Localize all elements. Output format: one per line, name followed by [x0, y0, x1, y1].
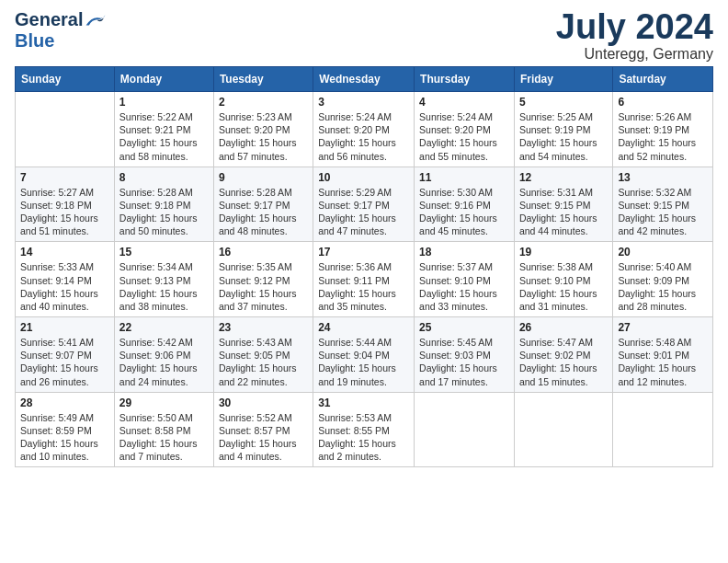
day-cell: 13Sunrise: 5:32 AMSunset: 9:15 PMDayligh…: [613, 167, 713, 242]
day-info: Sunrise: 5:47 AMSunset: 9:02 PMDaylight:…: [519, 336, 608, 388]
day-cell: 31Sunrise: 5:53 AMSunset: 8:55 PMDayligh…: [313, 392, 415, 467]
day-cell: 3Sunrise: 5:24 AMSunset: 9:20 PMDaylight…: [313, 92, 415, 167]
day-number: 16: [219, 246, 308, 259]
col-wednesday: Wednesday: [313, 67, 415, 92]
day-number: 10: [318, 171, 409, 184]
day-number: 17: [318, 246, 409, 259]
logo-icon: [85, 12, 107, 29]
day-cell: 19Sunrise: 5:38 AMSunset: 9:10 PMDayligh…: [514, 242, 612, 317]
week-row-2: 7Sunrise: 5:27 AMSunset: 9:18 PMDaylight…: [16, 167, 713, 242]
day-cell: 18Sunrise: 5:37 AMSunset: 9:10 PMDayligh…: [415, 242, 515, 317]
day-info: Sunrise: 5:32 AMSunset: 9:15 PMDaylight:…: [618, 186, 708, 238]
day-cell: 29Sunrise: 5:50 AMSunset: 8:58 PMDayligh…: [114, 392, 213, 467]
day-number: 3: [318, 96, 409, 109]
day-info: Sunrise: 5:34 AMSunset: 9:13 PMDaylight:…: [119, 260, 209, 313]
day-info: Sunrise: 5:36 AMSunset: 9:11 PMDaylight:…: [318, 260, 409, 313]
day-number: 26: [519, 321, 608, 334]
day-number: 28: [20, 396, 109, 409]
day-info: Sunrise: 5:26 AMSunset: 9:19 PMDaylight:…: [618, 110, 708, 163]
day-cell: 28Sunrise: 5:49 AMSunset: 8:59 PMDayligh…: [16, 392, 115, 467]
day-info: Sunrise: 5:29 AMSunset: 9:17 PMDaylight:…: [318, 186, 409, 238]
day-info: Sunrise: 5:37 AMSunset: 9:10 PMDaylight:…: [419, 260, 509, 313]
day-number: 11: [419, 171, 509, 184]
day-number: 21: [20, 321, 109, 334]
day-cell: [16, 92, 115, 167]
header: General Blue July 2024 Unteregg, Germany: [15, 9, 713, 63]
col-monday: Monday: [114, 67, 213, 92]
day-cell: [514, 392, 612, 467]
day-number: 31: [318, 396, 409, 409]
col-tuesday: Tuesday: [213, 67, 313, 92]
col-thursday: Thursday: [415, 67, 515, 92]
day-cell: 20Sunrise: 5:40 AMSunset: 9:09 PMDayligh…: [613, 242, 713, 317]
day-cell: 11Sunrise: 5:30 AMSunset: 9:16 PMDayligh…: [415, 167, 515, 242]
week-row-5: 28Sunrise: 5:49 AMSunset: 8:59 PMDayligh…: [16, 392, 713, 467]
day-cell: 25Sunrise: 5:45 AMSunset: 9:03 PMDayligh…: [415, 317, 515, 393]
day-info: Sunrise: 5:41 AMSunset: 9:07 PMDaylight:…: [20, 336, 109, 388]
title-block: July 2024 Unteregg, Germany: [556, 9, 713, 63]
day-number: 30: [219, 396, 308, 409]
day-number: 6: [618, 96, 708, 109]
day-info: Sunrise: 5:24 AMSunset: 9:20 PMDaylight:…: [318, 110, 409, 163]
day-number: 8: [119, 171, 209, 184]
day-cell: 16Sunrise: 5:35 AMSunset: 9:12 PMDayligh…: [213, 242, 313, 317]
day-info: Sunrise: 5:52 AMSunset: 8:57 PMDaylight:…: [219, 411, 308, 464]
day-cell: [613, 392, 713, 467]
day-number: 13: [618, 171, 708, 184]
day-cell: 5Sunrise: 5:25 AMSunset: 9:19 PMDaylight…: [514, 92, 612, 167]
day-cell: 15Sunrise: 5:34 AMSunset: 9:13 PMDayligh…: [114, 242, 213, 317]
day-info: Sunrise: 5:49 AMSunset: 8:59 PMDaylight:…: [20, 411, 109, 464]
col-sunday: Sunday: [16, 67, 115, 92]
day-info: Sunrise: 5:43 AMSunset: 9:05 PMDaylight:…: [219, 336, 308, 388]
day-number: 24: [318, 321, 409, 334]
day-cell: [415, 392, 515, 467]
day-info: Sunrise: 5:44 AMSunset: 9:04 PMDaylight:…: [318, 336, 409, 388]
day-number: 14: [20, 246, 109, 259]
day-number: 15: [119, 246, 209, 259]
day-info: Sunrise: 5:25 AMSunset: 9:19 PMDaylight:…: [519, 110, 608, 163]
day-info: Sunrise: 5:35 AMSunset: 9:12 PMDaylight:…: [219, 260, 308, 313]
day-cell: 21Sunrise: 5:41 AMSunset: 9:07 PMDayligh…: [16, 317, 115, 393]
day-number: 19: [519, 246, 608, 259]
day-number: 9: [219, 171, 308, 184]
day-number: 29: [119, 396, 209, 409]
day-number: 12: [519, 171, 608, 184]
logo-blue: Blue: [15, 30, 54, 52]
day-cell: 12Sunrise: 5:31 AMSunset: 9:15 PMDayligh…: [514, 167, 612, 242]
day-number: 22: [119, 321, 209, 334]
week-row-3: 14Sunrise: 5:33 AMSunset: 9:14 PMDayligh…: [16, 242, 713, 317]
day-cell: 17Sunrise: 5:36 AMSunset: 9:11 PMDayligh…: [313, 242, 415, 317]
day-info: Sunrise: 5:28 AMSunset: 9:17 PMDaylight:…: [219, 186, 308, 238]
main-container: General Blue July 2024 Unteregg, Germany…: [0, 0, 728, 477]
day-cell: 7Sunrise: 5:27 AMSunset: 9:18 PMDaylight…: [16, 167, 115, 242]
day-cell: 27Sunrise: 5:48 AMSunset: 9:01 PMDayligh…: [613, 317, 713, 393]
col-saturday: Saturday: [613, 67, 713, 92]
day-cell: 22Sunrise: 5:42 AMSunset: 9:06 PMDayligh…: [114, 317, 213, 393]
day-info: Sunrise: 5:24 AMSunset: 9:20 PMDaylight:…: [419, 110, 509, 163]
day-number: 5: [519, 96, 608, 109]
day-cell: 26Sunrise: 5:47 AMSunset: 9:02 PMDayligh…: [514, 317, 612, 393]
day-cell: 2Sunrise: 5:23 AMSunset: 9:20 PMDaylight…: [213, 92, 313, 167]
calendar-header-row: Sunday Monday Tuesday Wednesday Thursday…: [16, 67, 713, 92]
day-info: Sunrise: 5:48 AMSunset: 9:01 PMDaylight:…: [618, 336, 708, 388]
logo-general: General: [15, 9, 83, 30]
day-info: Sunrise: 5:38 AMSunset: 9:10 PMDaylight:…: [519, 260, 608, 313]
day-info: Sunrise: 5:31 AMSunset: 9:15 PMDaylight:…: [519, 186, 608, 238]
day-info: Sunrise: 5:30 AMSunset: 9:16 PMDaylight:…: [419, 186, 509, 238]
location-title: Unteregg, Germany: [556, 46, 713, 63]
col-friday: Friday: [514, 67, 612, 92]
day-cell: 1Sunrise: 5:22 AMSunset: 9:21 PMDaylight…: [114, 92, 213, 167]
day-info: Sunrise: 5:50 AMSunset: 8:58 PMDaylight:…: [119, 411, 209, 464]
day-number: 25: [419, 321, 509, 334]
logo: General Blue: [15, 9, 107, 52]
day-cell: 23Sunrise: 5:43 AMSunset: 9:05 PMDayligh…: [213, 317, 313, 393]
day-number: 2: [219, 96, 308, 109]
day-cell: 14Sunrise: 5:33 AMSunset: 9:14 PMDayligh…: [16, 242, 115, 317]
day-cell: 4Sunrise: 5:24 AMSunset: 9:20 PMDaylight…: [415, 92, 515, 167]
day-info: Sunrise: 5:40 AMSunset: 9:09 PMDaylight:…: [618, 260, 708, 313]
day-cell: 30Sunrise: 5:52 AMSunset: 8:57 PMDayligh…: [213, 392, 313, 467]
day-cell: 10Sunrise: 5:29 AMSunset: 9:17 PMDayligh…: [313, 167, 415, 242]
day-cell: 6Sunrise: 5:26 AMSunset: 9:19 PMDaylight…: [613, 92, 713, 167]
day-info: Sunrise: 5:28 AMSunset: 9:18 PMDaylight:…: [119, 186, 209, 238]
day-cell: 9Sunrise: 5:28 AMSunset: 9:17 PMDaylight…: [213, 167, 313, 242]
